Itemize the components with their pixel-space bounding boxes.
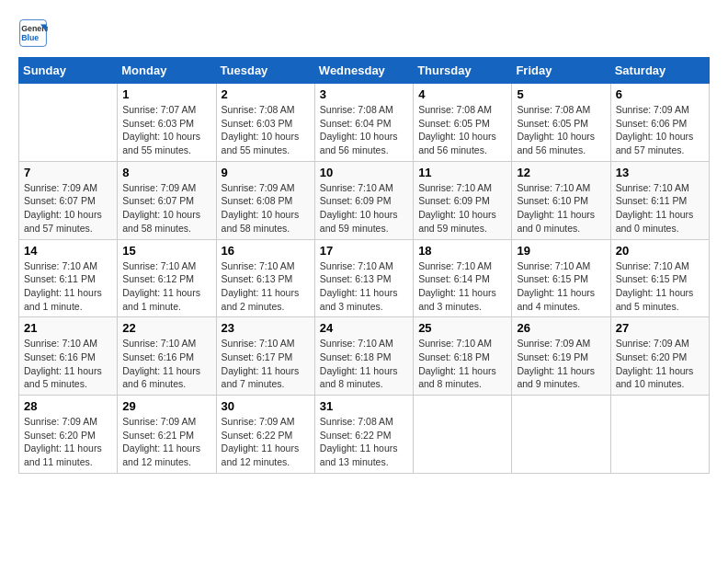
calendar-cell [414, 396, 512, 474]
day-info: Sunrise: 7:10 AM Sunset: 6:11 PM Dayligh… [24, 259, 112, 314]
day-number: 10 [320, 166, 408, 179]
day-info: Sunrise: 7:09 AM Sunset: 6:07 PM Dayligh… [122, 181, 210, 236]
calendar-cell [610, 396, 709, 474]
day-number: 11 [418, 166, 506, 179]
logo-icon: General Blue [18, 18, 48, 48]
day-info: Sunrise: 7:08 AM Sunset: 6:03 PM Dayligh… [222, 103, 310, 157]
calendar-cell: 6Sunrise: 7:09 AM Sunset: 6:06 PM Daylig… [610, 84, 709, 162]
day-number: 1 [122, 87, 210, 101]
weekday-header-saturday: Saturday [610, 58, 709, 84]
day-number: 20 [616, 244, 704, 258]
calendar-cell: 16Sunrise: 7:10 AM Sunset: 6:13 PM Dayli… [216, 239, 314, 317]
calendar-cell: 5Sunrise: 7:08 AM Sunset: 6:05 PM Daylig… [512, 84, 610, 162]
calendar-cell: 23Sunrise: 7:10 AM Sunset: 6:17 PM Dayli… [216, 317, 314, 396]
day-info: Sunrise: 7:10 AM Sunset: 6:17 PM Dayligh… [222, 337, 310, 391]
day-info: Sunrise: 7:10 AM Sunset: 6:13 PM Dayligh… [222, 259, 310, 314]
day-number: 9 [222, 166, 310, 179]
day-number: 13 [616, 166, 704, 179]
day-number: 29 [122, 399, 210, 413]
day-info: Sunrise: 7:09 AM Sunset: 6:21 PM Dayligh… [122, 415, 210, 469]
calendar-cell: 25Sunrise: 7:10 AM Sunset: 6:18 PM Dayli… [414, 317, 512, 396]
day-number: 6 [616, 87, 704, 101]
calendar-week-row: 1Sunrise: 7:07 AM Sunset: 6:03 PM Daylig… [19, 84, 710, 162]
day-info: Sunrise: 7:09 AM Sunset: 6:19 PM Dayligh… [517, 337, 605, 391]
weekday-header-tuesday: Tuesday [216, 58, 314, 84]
day-info: Sunrise: 7:09 AM Sunset: 6:06 PM Dayligh… [616, 103, 704, 157]
day-number: 24 [320, 321, 408, 335]
calendar-cell: 8Sunrise: 7:09 AM Sunset: 6:07 PM Daylig… [118, 161, 216, 239]
day-number: 15 [122, 244, 210, 258]
calendar-cell: 9Sunrise: 7:09 AM Sunset: 6:08 PM Daylig… [216, 161, 314, 239]
calendar-cell: 10Sunrise: 7:10 AM Sunset: 6:09 PM Dayli… [314, 161, 413, 239]
calendar-cell: 15Sunrise: 7:10 AM Sunset: 6:12 PM Dayli… [118, 239, 216, 317]
day-info: Sunrise: 7:10 AM Sunset: 6:13 PM Dayligh… [320, 259, 408, 314]
day-info: Sunrise: 7:08 AM Sunset: 6:04 PM Dayligh… [320, 103, 408, 157]
weekday-header-friday: Friday [512, 58, 610, 84]
day-number: 26 [517, 321, 605, 335]
day-info: Sunrise: 7:10 AM Sunset: 6:11 PM Dayligh… [616, 181, 704, 236]
day-number: 30 [222, 399, 310, 413]
day-number: 19 [517, 244, 605, 258]
day-info: Sunrise: 7:07 AM Sunset: 6:03 PM Dayligh… [122, 103, 210, 157]
calendar-cell: 22Sunrise: 7:10 AM Sunset: 6:16 PM Dayli… [118, 317, 216, 396]
day-info: Sunrise: 7:10 AM Sunset: 6:14 PM Dayligh… [418, 259, 506, 314]
calendar-week-row: 14Sunrise: 7:10 AM Sunset: 6:11 PM Dayli… [19, 239, 710, 317]
logo: General Blue [18, 18, 48, 48]
calendar-table: SundayMondayTuesdayWednesdayThursdayFrid… [18, 57, 710, 474]
day-info: Sunrise: 7:09 AM Sunset: 6:20 PM Dayligh… [24, 415, 112, 469]
calendar-cell: 1Sunrise: 7:07 AM Sunset: 6:03 PM Daylig… [118, 84, 216, 162]
day-number: 21 [24, 321, 112, 335]
day-number: 5 [517, 87, 605, 101]
calendar-cell: 20Sunrise: 7:10 AM Sunset: 6:15 PM Dayli… [610, 239, 709, 317]
calendar-cell: 11Sunrise: 7:10 AM Sunset: 6:09 PM Dayli… [414, 161, 512, 239]
page-header: General Blue [18, 18, 710, 48]
calendar-cell: 21Sunrise: 7:10 AM Sunset: 6:16 PM Dayli… [19, 317, 118, 396]
day-info: Sunrise: 7:10 AM Sunset: 6:12 PM Dayligh… [122, 259, 210, 314]
day-info: Sunrise: 7:10 AM Sunset: 6:18 PM Dayligh… [418, 337, 506, 391]
calendar-cell: 19Sunrise: 7:10 AM Sunset: 6:15 PM Dayli… [512, 239, 610, 317]
day-info: Sunrise: 7:10 AM Sunset: 6:16 PM Dayligh… [122, 337, 210, 391]
day-info: Sunrise: 7:10 AM Sunset: 6:10 PM Dayligh… [517, 181, 605, 236]
weekday-header-wednesday: Wednesday [314, 58, 413, 84]
calendar-cell: 3Sunrise: 7:08 AM Sunset: 6:04 PM Daylig… [314, 84, 413, 162]
day-info: Sunrise: 7:10 AM Sunset: 6:09 PM Dayligh… [418, 181, 506, 236]
calendar-cell: 2Sunrise: 7:08 AM Sunset: 6:03 PM Daylig… [216, 84, 314, 162]
day-number: 22 [122, 321, 210, 335]
calendar-week-row: 21Sunrise: 7:10 AM Sunset: 6:16 PM Dayli… [19, 317, 710, 396]
day-info: Sunrise: 7:08 AM Sunset: 6:05 PM Dayligh… [517, 103, 605, 157]
day-info: Sunrise: 7:10 AM Sunset: 6:15 PM Dayligh… [517, 259, 605, 314]
day-info: Sunrise: 7:09 AM Sunset: 6:22 PM Dayligh… [222, 415, 310, 469]
calendar-cell: 24Sunrise: 7:10 AM Sunset: 6:18 PM Dayli… [314, 317, 413, 396]
weekday-header-thursday: Thursday [414, 58, 512, 84]
day-number: 4 [418, 87, 506, 101]
calendar-week-row: 28Sunrise: 7:09 AM Sunset: 6:20 PM Dayli… [19, 396, 710, 474]
day-number: 27 [616, 321, 704, 335]
calendar-cell [512, 396, 610, 474]
calendar-cell: 26Sunrise: 7:09 AM Sunset: 6:19 PM Dayli… [512, 317, 610, 396]
day-info: Sunrise: 7:09 AM Sunset: 6:20 PM Dayligh… [616, 337, 704, 391]
calendar-week-row: 7Sunrise: 7:09 AM Sunset: 6:07 PM Daylig… [19, 161, 710, 239]
calendar-cell: 17Sunrise: 7:10 AM Sunset: 6:13 PM Dayli… [314, 239, 413, 317]
day-number: 2 [222, 87, 310, 101]
day-number: 7 [24, 166, 112, 179]
calendar-header-row: SundayMondayTuesdayWednesdayThursdayFrid… [19, 58, 710, 84]
calendar-cell: 18Sunrise: 7:10 AM Sunset: 6:14 PM Dayli… [414, 239, 512, 317]
day-info: Sunrise: 7:08 AM Sunset: 6:05 PM Dayligh… [418, 103, 506, 157]
calendar-cell: 14Sunrise: 7:10 AM Sunset: 6:11 PM Dayli… [19, 239, 118, 317]
day-number: 3 [320, 87, 408, 101]
weekday-header-sunday: Sunday [19, 58, 118, 84]
weekday-header-monday: Monday [118, 58, 216, 84]
calendar-cell: 28Sunrise: 7:09 AM Sunset: 6:20 PM Dayli… [19, 396, 118, 474]
day-info: Sunrise: 7:09 AM Sunset: 6:08 PM Dayligh… [222, 181, 310, 236]
day-number: 28 [24, 399, 112, 413]
day-number: 16 [222, 244, 310, 258]
svg-text:Blue: Blue [21, 33, 39, 42]
day-number: 18 [418, 244, 506, 258]
day-info: Sunrise: 7:09 AM Sunset: 6:07 PM Dayligh… [24, 181, 112, 236]
calendar-cell: 29Sunrise: 7:09 AM Sunset: 6:21 PM Dayli… [118, 396, 216, 474]
day-number: 14 [24, 244, 112, 258]
day-info: Sunrise: 7:10 AM Sunset: 6:18 PM Dayligh… [320, 337, 408, 391]
calendar-cell: 4Sunrise: 7:08 AM Sunset: 6:05 PM Daylig… [414, 84, 512, 162]
calendar-cell: 12Sunrise: 7:10 AM Sunset: 6:10 PM Dayli… [512, 161, 610, 239]
day-number: 31 [320, 399, 408, 413]
